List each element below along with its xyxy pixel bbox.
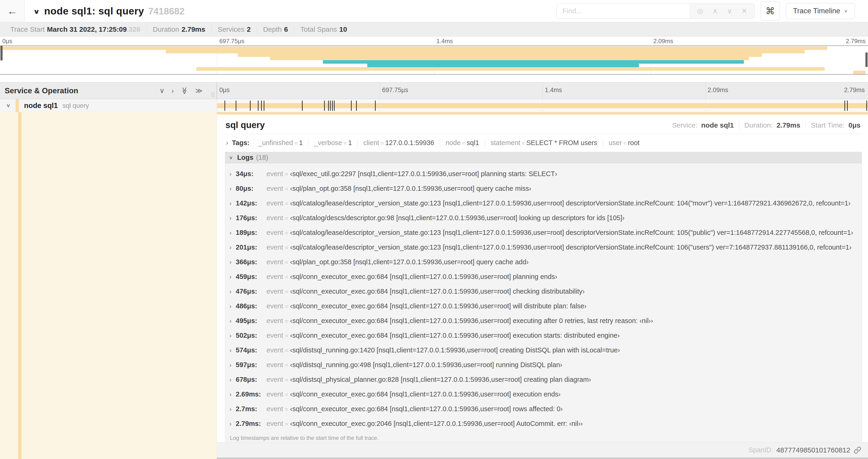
log-row[interactable]: ›201μs:event=‹sql/catalog/lease/descript… (225, 240, 862, 255)
page-title: node sql1: sql query (44, 5, 144, 17)
top-controls: ◎ ∧ ∨ ✕ ⌘ Trace Timeline ∨ (557, 1, 868, 21)
log-row[interactable]: ›574μs:event=‹sql/distsql_running.go:142… (225, 343, 862, 358)
span-detail-row: sql query Service: node sql1Duration: 2.… (0, 112, 868, 459)
chevron-right-icon[interactable]: › (229, 288, 231, 295)
tag-item[interactable]: statement=SELECT * FROM users (485, 139, 603, 147)
log-timestamp: 34μs: (236, 170, 261, 178)
chevron-down-icon[interactable]: ∨ (6, 103, 10, 108)
log-timestamp: 142μs: (236, 199, 261, 207)
chevron-right-icon[interactable]: › (229, 347, 231, 354)
log-field-key: event (267, 258, 283, 266)
timeline-tick-label: 0μs (217, 87, 229, 94)
trace-summary-item: Duration2.79ms (147, 25, 212, 33)
deep-link-icon[interactable] (854, 446, 862, 454)
log-row[interactable]: ›189μs:event=‹sql/catalog/lease/descript… (225, 225, 862, 240)
trace-summary-label: Depth (263, 25, 282, 33)
log-field-value: ‹sql/distsql_running.go:1420 [nsql1,clie… (290, 346, 620, 354)
minimap-left-scrub-handle[interactable] (0, 46, 3, 60)
locate-icon[interactable]: ◎ (697, 7, 703, 14)
chevron-right-icon[interactable]: › (229, 332, 231, 339)
chevron-right-icon[interactable]: › (226, 139, 228, 147)
span-detail-title: sql query (225, 120, 265, 130)
tag-item[interactable]: client=127.0.0.1:59936 (358, 139, 440, 147)
find-input[interactable] (557, 3, 690, 19)
log-row[interactable]: ›366μs:event=‹sql/plan_opt.go:358 [nsql1… (225, 255, 862, 269)
log-row[interactable]: ›502μs:event=‹sql/conn_executor_exec.go:… (225, 328, 862, 343)
log-row[interactable]: ›486μs:event=‹sql/conn_executor_exec.go:… (225, 299, 862, 314)
chevron-up-icon[interactable]: ∧ (713, 7, 718, 14)
log-row[interactable]: ›597μs:event=‹sql/distsql_running.go:498… (225, 358, 862, 372)
expand-all-icon[interactable]: ≫ (195, 87, 203, 94)
collapse-one-icon[interactable]: ∨ (159, 87, 164, 94)
log-row[interactable]: ›476μs:event=‹sql/conn_executor_exec.go:… (225, 284, 862, 299)
log-row[interactable]: ›176μs:event=‹sql/catalog/descs/descript… (225, 210, 862, 225)
close-icon[interactable]: ✕ (742, 7, 747, 14)
log-timestamp: 176μs: (236, 214, 261, 222)
log-row[interactable]: ›459μs:event=‹sql/conn_executor_exec.go:… (225, 269, 862, 284)
chevron-right-icon[interactable]: › (229, 405, 231, 413)
view-selector-button[interactable]: Trace Timeline ∨ (786, 3, 855, 19)
log-row[interactable]: ›495μs:event=‹sql/conn_executor_exec.go:… (225, 314, 862, 328)
log-field-key: event (267, 273, 283, 281)
tag-item[interactable]: node=sql1 (440, 139, 485, 147)
log-field-value: ‹sql/distsql_physical_planner.go:828 [ns… (290, 376, 591, 384)
top-bar: ← ∨ node sql1: sql query 7418682 ◎ ∧ ∨ ✕… (0, 0, 868, 22)
log-row[interactable]: ›678μs:event=‹sql/distsql_physical_plann… (225, 372, 862, 387)
chevron-right-icon[interactable]: › (229, 185, 231, 192)
tag-item[interactable]: user=root (603, 139, 645, 147)
chevron-right-icon[interactable]: › (229, 302, 231, 310)
tag-item[interactable]: _verbose=1 (309, 139, 358, 147)
log-row[interactable]: ›34μs:event=‹sql/exec_util.go:2297 [nsql… (225, 167, 862, 181)
log-timestamp: 574μs: (236, 346, 261, 354)
tag-item[interactable]: _unfinished=1 (253, 139, 309, 147)
expand-one-icon[interactable]: › (172, 87, 174, 94)
timeline-gridline (542, 99, 543, 112)
span-timeline-cell[interactable] (217, 99, 868, 112)
back-button[interactable]: ← (0, 0, 25, 22)
log-field-value: ‹sql/plan_opt.go:358 [nsql1,client=127.0… (290, 185, 531, 192)
span-name-cell[interactable]: ∨ node sql1 sql query (0, 99, 217, 112)
minimap-tick-label: 0μs (2, 38, 12, 45)
chevron-right-icon[interactable]: › (229, 317, 231, 325)
log-tick-mark (224, 101, 225, 111)
chevron-right-icon[interactable]: › (229, 273, 231, 281)
chevron-down-icon[interactable]: ∨ (727, 7, 732, 14)
log-equals: = (283, 421, 290, 427)
log-row[interactable]: ›80μs:event=‹sql/plan_opt.go:358 [nsql1,… (225, 181, 862, 196)
column-resizer-handle[interactable]: || (211, 91, 215, 97)
minimap-canvas[interactable] (0, 45, 868, 75)
logs-header[interactable]: ∨ Logs (18) (225, 152, 862, 163)
chevron-right-icon[interactable]: › (229, 391, 231, 398)
log-row[interactable]: ›2.7ms:event=‹sql/conn_executor_exec.go:… (225, 402, 862, 416)
log-row[interactable]: ›142μs:event=‹sql/catalog/lease/descript… (225, 196, 862, 210)
log-field-value: ‹sql/conn_executor_exec.go:684 [nsql1,cl… (290, 317, 653, 325)
chevron-down-icon[interactable]: ∨ (229, 155, 233, 160)
chevron-right-icon[interactable]: › (229, 420, 231, 428)
keyboard-shortcuts-button[interactable]: ⌘ (761, 1, 780, 21)
chevron-down-icon[interactable]: ∨ (33, 8, 40, 15)
view-selector-label: Trace Timeline (793, 7, 840, 15)
trace-summary-value: 2.79ms (182, 25, 205, 33)
log-field-value: ‹sql/catalog/lease/descriptor_version_st… (290, 229, 853, 236)
chevron-right-icon[interactable]: › (229, 200, 231, 207)
log-row[interactable]: ›2.69ms:event=‹sql/conn_executor_exec.go… (225, 387, 862, 402)
chevron-right-icon[interactable]: › (229, 361, 231, 369)
log-field-value: ‹sql/conn_executor_exec.go:684 [nsql1,cl… (290, 405, 563, 413)
chevron-down-icon: ∨ (844, 9, 848, 13)
minimap-span-bar (367, 64, 639, 67)
collapse-all-icon[interactable]: ≫ (181, 87, 188, 94)
span-meta-item: Start Time: 0μs (806, 121, 862, 129)
chevron-right-icon[interactable]: › (229, 258, 231, 266)
log-tick-mark (332, 101, 333, 111)
minimap-right-scrub-handle[interactable] (865, 53, 868, 67)
chevron-right-icon[interactable]: › (229, 170, 231, 178)
log-field-value: ‹sql/catalog/lease/descriptor_version_st… (290, 243, 851, 251)
log-row[interactable]: ›2.79ms:event=‹sql/conn_executor_exec.go… (225, 416, 862, 431)
tags-row[interactable]: › Tags: _unfinished=1_verbose=1client=12… (225, 134, 862, 152)
chevron-right-icon[interactable]: › (229, 214, 231, 222)
log-tick-mark (258, 101, 258, 111)
chevron-right-icon[interactable]: › (229, 376, 231, 384)
chevron-right-icon[interactable]: › (229, 229, 231, 236)
log-timestamp: 189μs: (236, 229, 261, 236)
chevron-right-icon[interactable]: › (229, 244, 231, 251)
